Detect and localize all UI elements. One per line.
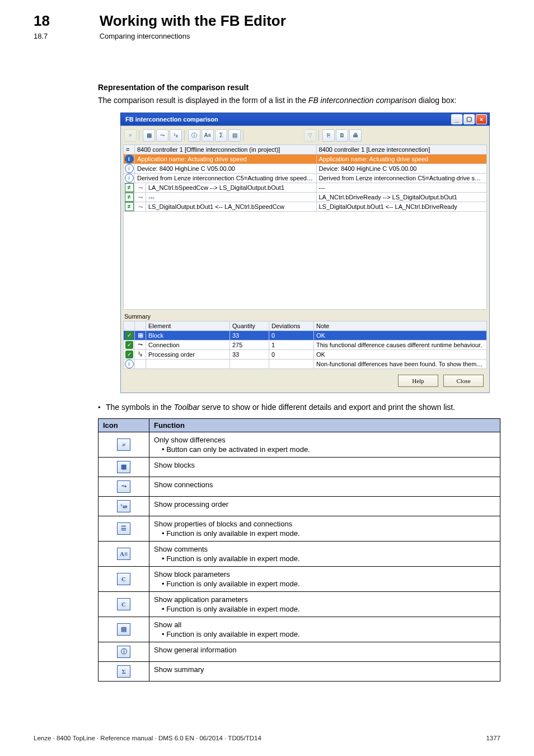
cell-right: Derived from Lenze interconnection C5=Ac… <box>316 173 487 183</box>
ftab-row: ▤ Show all • Function is only available … <box>99 617 500 642</box>
toolbar-copy-icon[interactable]: ⎘ <box>322 129 335 142</box>
toolbar-separator <box>243 130 245 141</box>
cell-left: Application name: Actuating drive speed <box>135 154 317 164</box>
grid-head-left: 8400 controller 1 [Offline interconnecti… <box>135 144 317 154</box>
block-params-icon: C <box>117 573 130 585</box>
sum-h-note: Note <box>314 321 487 330</box>
ftab-sub: • Function is only available in expert m… <box>162 554 495 563</box>
help-button[interactable]: Help <box>398 375 438 387</box>
row-icon: i <box>124 154 135 164</box>
row-icon: i <box>124 173 135 183</box>
sum-qty: 33 <box>230 330 269 340</box>
page-footer: Lenze · 8400 TopLine · Reference manual … <box>34 735 500 741</box>
sum-dev <box>269 359 314 368</box>
cell-right: LA_NCtrl.bDriveReady --> LS_DigitalOutpu… <box>316 192 487 202</box>
grid-row[interactable]: ≠ ⤳ --- LA_NCtrl.bDriveReady --> LS_Digi… <box>124 192 487 202</box>
grid-row[interactable]: ≠ ⤳ LA_NCtrl.bSpeedCcw --> LS_DigitalOut… <box>124 183 487 192</box>
toolbar-filter-icon[interactable]: ▽ <box>304 129 316 142</box>
toolbar-comments-icon[interactable]: A≡ <box>202 129 214 142</box>
toolbar-order-icon[interactable]: ¹₂ <box>170 129 182 142</box>
sum-note: OK <box>314 330 487 340</box>
summary-label: Summary <box>123 310 487 321</box>
toolbar-info-icon[interactable]: ⓘ <box>188 129 200 142</box>
sum-h-element: Element <box>146 321 230 330</box>
ftab-header-row: Icon Function <box>99 418 500 432</box>
neq-icon: ≠ <box>125 193 134 202</box>
footer-left: Lenze · 8400 TopLine · Reference manual … <box>34 735 261 741</box>
subchapter-title: Comparing interconnections <box>100 32 190 40</box>
ftab-fn: Show comments <box>154 545 495 553</box>
window-minimize-button[interactable]: _ <box>451 114 462 124</box>
ftab-fn: Show block parameters <box>154 570 495 578</box>
diff-icon: ≠ <box>117 438 130 451</box>
ftab-fn: Show application parameters <box>154 595 495 604</box>
bullet-marker: • <box>98 402 106 413</box>
sum-dev: 0 <box>269 330 314 340</box>
cell-left: --- <box>146 192 317 202</box>
ftab-row: A≡ Show comments • Function is only avai… <box>99 541 500 566</box>
footer-page: 1377 <box>486 735 500 741</box>
toolbar-all-icon[interactable]: ▤ <box>228 129 241 142</box>
sum-qty: 33 <box>230 349 269 359</box>
chapter-number: 18 <box>34 12 97 30</box>
comparison-dialog: FB interconnection comparison _ ▢ × ≠ ▦ … <box>120 113 490 393</box>
ftab-fn: Show properties of blocks and connection… <box>154 520 495 528</box>
toolbar-separator <box>139 130 140 141</box>
close-button[interactable]: Close <box>443 375 484 387</box>
subchapter-row: 18.7 Comparing interconnections <box>34 32 500 40</box>
toolbar-export-icon[interactable]: 🗎 <box>336 129 348 142</box>
row-subicon: ⤳ <box>135 192 146 202</box>
dialog-titlebar: FB interconnection comparison _ ▢ × <box>120 113 490 125</box>
ftab-fn: Show processing order <box>154 500 495 508</box>
ftab-h-fn: Function <box>149 418 500 432</box>
grid-row[interactable]: i Derived from Lenze interconnection C5=… <box>124 173 487 183</box>
row-icon: ≠ <box>124 183 135 192</box>
toolbar-blocks-icon[interactable]: ▦ <box>143 129 155 142</box>
ok-icon: ✓ <box>125 351 133 358</box>
bullet-b: serve to show or hide different details … <box>200 403 456 412</box>
window-maximize-button[interactable]: ▢ <box>463 114 475 124</box>
row-icon: ≠ <box>124 202 135 211</box>
grid-row[interactable]: ≠ ⤳ LS_DigitalOutput.bOut1 <-- LA_NCtrl.… <box>124 202 487 211</box>
toolbar-separator <box>184 130 186 141</box>
connections-icon: ⤳ <box>117 480 130 493</box>
info-icon: i <box>125 174 134 183</box>
bullet-em: Toolbar <box>174 403 199 412</box>
general-info-icon: ⓘ <box>117 646 130 658</box>
sum-note: OK <box>314 349 487 359</box>
toolbar-connections-icon[interactable]: ⤳ <box>156 129 168 142</box>
summary-icon: Σ <box>117 665 130 678</box>
toolbar-print-icon[interactable]: 🖶 <box>349 129 362 142</box>
summary-row[interactable]: ✓ ⤳ Connection 275 1 This functional dif… <box>124 340 487 349</box>
summary-row[interactable]: i Non-functional differences have been f… <box>124 359 487 368</box>
toolbar-diff-icon[interactable]: ≠ <box>124 129 137 142</box>
sum-qty <box>230 359 269 368</box>
show-all-icon: ▤ <box>117 623 130 636</box>
ftab-fn: Show all <box>154 620 495 629</box>
grid-row[interactable]: i Application name: Actuating drive spee… <box>124 154 487 164</box>
summary-grid: Element Quantity Deviations Note ✓ ▦ Blo… <box>123 321 487 369</box>
toolbar-sum-icon[interactable]: Σ <box>215 129 227 142</box>
neq-icon: ≠ <box>125 202 134 211</box>
grid-corner: = <box>124 144 135 154</box>
summary-row[interactable]: ✓ ▦ Block 33 0 OK <box>124 330 487 340</box>
summary-row[interactable]: ✓ ¹₂ Processing order 33 0 OK <box>124 349 487 359</box>
info-icon: i <box>125 360 134 368</box>
neq-icon: ≠ <box>125 183 134 192</box>
blocks-icon: ▦ <box>117 461 130 473</box>
window-close-button[interactable]: × <box>476 114 487 124</box>
ftab-row: ≠ Only show differences • Button can onl… <box>99 432 500 457</box>
ftab-fn: Show summary <box>154 665 495 674</box>
divider: _ _ _ _ _ _ _ _ _ _ _ _ _ _ _ _ _ _ _ _ … <box>34 63 500 71</box>
sum-element: Block <box>146 330 230 340</box>
sum-h-dev: Deviations <box>269 321 314 330</box>
ftab-fn-cell: Only show differences • Button can only … <box>149 432 500 457</box>
ok-icon: ✓ <box>125 341 133 349</box>
ftab-fn: Show connections <box>154 480 495 489</box>
grid-row[interactable]: i Device: 8400 HighLine C V05.00.00 Devi… <box>124 164 487 173</box>
ftab-row: C Show application parameters • Function… <box>99 591 500 617</box>
summary-header-row: Element Quantity Deviations Note <box>124 321 487 330</box>
cell-right: Application name: Actuating drive speed <box>316 154 487 164</box>
row-subicon: ⤳ <box>135 183 146 192</box>
ftab-sub: • Function is only available in expert m… <box>162 605 495 613</box>
